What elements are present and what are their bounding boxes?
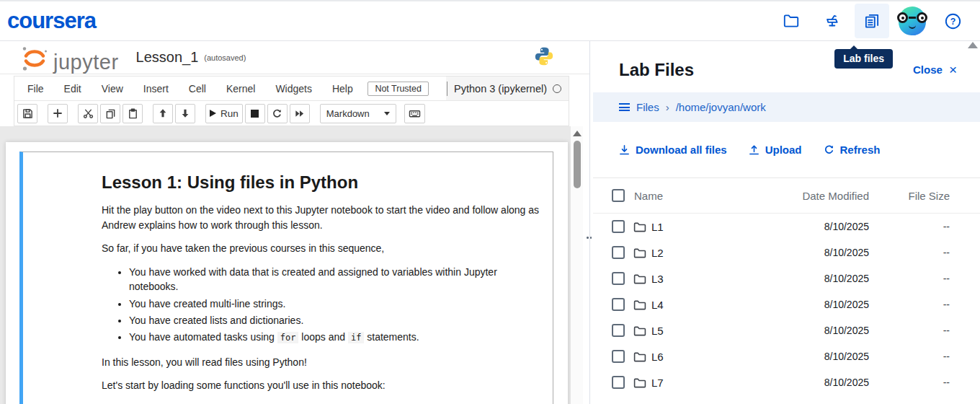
file-name[interactable]: L7 (651, 377, 664, 389)
menu-item-widgets[interactable]: Widgets (265, 83, 322, 95)
name-column-header[interactable]: Name (634, 190, 663, 202)
file-actions: Download all files Upload Refresh (593, 122, 980, 178)
breadcrumb-path[interactable]: /home/jovyan/work (676, 101, 766, 113)
add-cell-button[interactable] (48, 104, 68, 123)
coach-avatar (899, 6, 926, 35)
file-date: 8/10/2025 (761, 299, 869, 310)
file-size: -- (869, 247, 950, 258)
refresh-button[interactable]: Refresh (824, 144, 881, 156)
file-size: -- (869, 377, 950, 388)
lesson-heading: Lesson 1: Using files in Python (102, 172, 542, 193)
lab-files-icon (863, 12, 881, 30)
row-checkbox[interactable] (612, 350, 625, 363)
arrow-down-icon (180, 108, 190, 118)
lab-files-tooltip: Lab files (834, 49, 893, 69)
help-button[interactable]: ? (935, 4, 970, 38)
menu-item-cell[interactable]: Cell (179, 83, 216, 95)
file-row[interactable]: L2 8/10/2025 -- (593, 240, 980, 265)
file-date: 8/10/2025 (761, 247, 869, 258)
markdown-cell[interactable]: Lesson 1: Using files in Python Hit the … (19, 152, 553, 404)
menu-toolbar-container: FileEditViewInsertCellKernelWidgetsHelp … (14, 76, 569, 126)
jupyter-notebook-pane: jupyter Lesson_1 (autosaved) FileEditVie… (0, 41, 589, 404)
command-palette-button[interactable] (404, 104, 425, 123)
close-button[interactable]: Close × (913, 63, 957, 76)
bullet-item: You have created multi-line strings. (129, 297, 541, 311)
run-button[interactable]: Run (205, 104, 243, 123)
folder-button[interactable] (774, 4, 808, 38)
scissors-icon (83, 108, 94, 119)
menu-item-kernel[interactable]: Kernel (216, 83, 265, 95)
menubar: FileEditViewInsertCellKernelWidgetsHelp … (14, 76, 569, 101)
file-table: Name Date Modified File Size L1 8/10/202… (593, 178, 980, 404)
coursera-logo[interactable]: coursera (7, 8, 96, 34)
bullet-item: You have created lists and dictionaries. (129, 313, 541, 328)
menu-item-help[interactable]: Help (322, 83, 363, 95)
row-checkbox[interactable] (612, 272, 625, 285)
restart-kernel-button[interactable] (267, 104, 288, 123)
file-row[interactable]: L7 8/10/2025 -- (593, 369, 980, 395)
file-name[interactable]: L6 (651, 351, 664, 363)
row-checkbox[interactable] (612, 246, 625, 259)
download-label: Download all files (636, 144, 727, 156)
notebook-paragraph-2: So far, if you have taken the previous c… (102, 241, 542, 256)
row-checkbox[interactable] (612, 376, 625, 389)
refresh-label: Refresh (840, 144, 881, 156)
restart-run-all-button[interactable] (290, 104, 310, 123)
file-row[interactable]: L5 8/10/2025 -- (593, 317, 980, 343)
scroll-up-arrow-icon[interactable] (573, 131, 582, 136)
notebook-header: jupyter Lesson_1 (autosaved) (0, 41, 589, 74)
row-checkbox[interactable] (612, 298, 625, 311)
menu-item-view[interactable]: View (92, 83, 133, 95)
row-checkbox[interactable] (612, 220, 625, 233)
hamburger-menu-icon[interactable] (619, 103, 630, 111)
move-cell-down-button[interactable] (175, 104, 195, 123)
row-checkbox[interactable] (612, 324, 625, 337)
file-name[interactable]: L1 (651, 221, 664, 233)
breadcrumb-root[interactable]: Files (636, 101, 659, 113)
size-column-header[interactable]: File Size (869, 190, 950, 202)
notebook-title[interactable]: Lesson_1 (136, 49, 199, 66)
file-row[interactable]: L3 8/10/2025 -- (593, 265, 980, 291)
paste-cell-button[interactable] (122, 104, 143, 123)
copy-icon (105, 108, 116, 119)
save-button[interactable] (17, 104, 37, 123)
run-label: Run (220, 108, 239, 119)
notebook-scrollbar[interactable] (571, 126, 583, 404)
scrollbar-thumb[interactable] (574, 141, 581, 188)
file-row[interactable]: L1 8/10/2025 -- (593, 214, 980, 240)
menu-item-file[interactable]: File (17, 83, 54, 95)
kernel-separator (447, 82, 447, 96)
file-name[interactable]: L2 (651, 247, 664, 259)
coach-avatar-button[interactable] (895, 4, 930, 38)
notebook-toolbar: Run Markdown (14, 101, 569, 126)
folder-icon (633, 221, 646, 232)
lectern-button[interactable] (814, 4, 849, 38)
file-row[interactable]: L4 8/10/2025 -- (593, 291, 980, 317)
cell-type-dropdown[interactable]: Markdown (320, 104, 396, 123)
upload-icon (749, 144, 760, 156)
jupyter-logo[interactable]: jupyter (20, 43, 119, 73)
menu-item-edit[interactable]: Edit (54, 83, 92, 95)
cut-cell-button[interactable] (78, 104, 98, 123)
upload-label: Upload (765, 144, 802, 156)
move-cell-up-button[interactable] (153, 104, 173, 123)
lab-files-button[interactable] (855, 4, 889, 38)
file-row[interactable]: L6 8/10/2025 -- (593, 343, 980, 369)
file-date: 8/10/2025 (761, 325, 869, 336)
kernel-status-icon (553, 84, 561, 93)
file-name[interactable]: L4 (651, 299, 664, 311)
download-all-button[interactable]: Download all files (619, 144, 727, 156)
breadcrumb: Files › /home/jovyan/work (593, 92, 980, 122)
copy-cell-button[interactable] (100, 104, 120, 123)
interrupt-kernel-button[interactable] (245, 104, 265, 123)
select-all-checkbox[interactable] (612, 189, 625, 202)
file-name[interactable]: L3 (651, 273, 664, 285)
trust-badge[interactable]: Not Trusted (368, 82, 429, 96)
upload-button[interactable]: Upload (749, 144, 802, 156)
arrow-up-icon (158, 108, 168, 118)
date-column-header[interactable]: Date Modified (761, 190, 869, 202)
file-name[interactable]: L5 (651, 325, 664, 337)
page: coursera ? (0, 0, 980, 404)
restart-icon (272, 108, 282, 119)
menu-item-insert[interactable]: Insert (133, 83, 179, 95)
